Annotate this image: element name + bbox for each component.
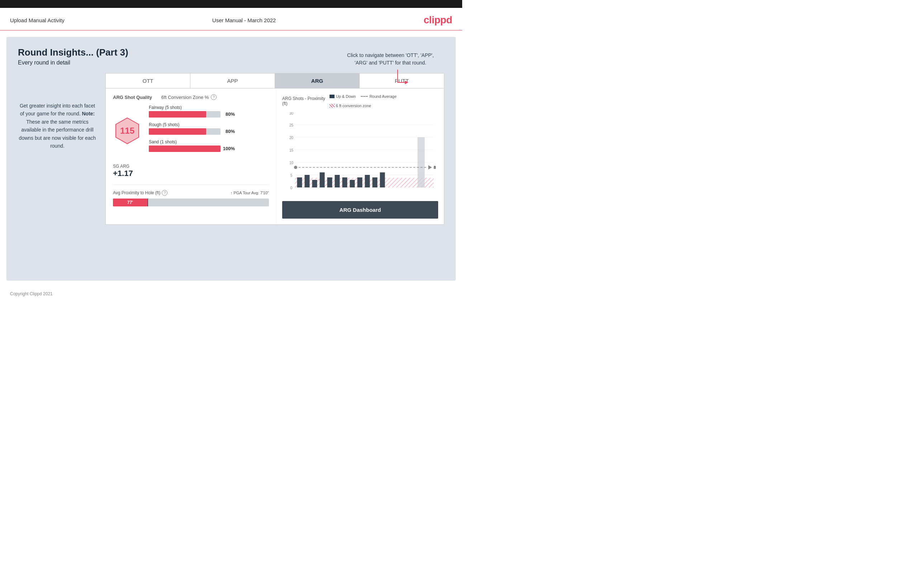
bar-rough: Rough (5 shots) 80%	[149, 122, 269, 136]
svg-text:15: 15	[289, 148, 294, 152]
legend-updown-label: Up & Down	[336, 94, 356, 98]
left-description: Get greater insight into each facet of y…	[18, 102, 97, 150]
proximity-help-icon[interactable]: ?	[162, 190, 168, 196]
legend-hatched-box	[330, 104, 334, 108]
svg-marker-32	[428, 165, 432, 169]
svg-rect-17	[297, 177, 302, 187]
svg-text:30: 30	[289, 112, 294, 115]
legend-updown: Up & Down	[330, 94, 356, 98]
chart-area: 0 5 10 15 20 25 30	[282, 112, 438, 197]
bar-sand-fill	[149, 145, 221, 152]
svg-rect-26	[365, 175, 370, 187]
hexagon-value: 115	[120, 126, 134, 136]
legend-dashed-line	[361, 96, 368, 97]
upload-label: Upload Manual Activity	[10, 17, 65, 23]
bar-sand-pct: 100%	[223, 145, 235, 152]
chart-title: ARG Shots - Proximity (ft)	[282, 96, 330, 106]
chart-svg: 0 5 10 15 20 25 30	[282, 112, 438, 191]
svg-point-31	[294, 166, 297, 169]
nav-annotation: Click to navigate between 'OTT', 'APP','…	[330, 52, 451, 91]
sg-label: SG ARG	[113, 164, 269, 169]
svg-text:10: 10	[289, 161, 294, 165]
proximity-label-row: Avg Proximity to Hole (ft) ? ↑ PGA Tour …	[113, 190, 269, 196]
annotation-arrow	[394, 68, 415, 90]
svg-rect-24	[350, 180, 355, 187]
bar-fairway: Fairway (5 shots) 80%	[149, 105, 269, 119]
proximity-label: Avg Proximity to Hole (ft) ?	[113, 190, 168, 196]
widget-right-panel: ARG Shots - Proximity (ft) Up & Down Rou…	[276, 89, 444, 224]
widget-container: Click to navigate between 'OTT', 'APP','…	[105, 73, 444, 225]
svg-rect-19	[312, 180, 317, 187]
svg-text:20: 20	[289, 136, 294, 140]
main-content: Round Insights... (Part 3) Every round i…	[6, 37, 456, 280]
widget-body: ARG Shot Quality 6ft Conversion Zone % ?…	[105, 89, 444, 225]
shot-quality-label: ARG Shot Quality	[113, 95, 152, 100]
proximity-section: Avg Proximity to Hole (ft) ? ↑ PGA Tour …	[113, 185, 269, 206]
legend-6ft-label: 6 ft conversion zone	[336, 103, 371, 108]
legend-box-updown	[330, 95, 334, 98]
manual-title: User Manual - March 2022	[212, 17, 276, 23]
svg-marker-0	[405, 81, 409, 84]
svg-text:8: 8	[434, 165, 436, 169]
svg-rect-28	[380, 172, 385, 187]
copyright: Copyright Clippd 2021	[10, 292, 53, 297]
pga-avg: ↑ PGA Tour Avg: 7'10"	[231, 191, 269, 195]
svg-rect-27	[373, 177, 378, 187]
top-bar	[0, 0, 462, 8]
annotation-text: Click to navigate between 'OTT', 'APP','…	[330, 52, 451, 67]
svg-rect-21	[327, 177, 333, 187]
proximity-value: 77'	[127, 200, 133, 205]
bar-fairway-fill	[149, 111, 206, 118]
left-text: Get greater insight into each facet of y…	[18, 102, 97, 150]
svg-rect-23	[342, 177, 347, 187]
bar-rough-label: Rough (5 shots)	[149, 122, 269, 127]
svg-text:25: 25	[289, 123, 294, 127]
arg-dashboard-btn[interactable]: ARG Dashboard	[282, 201, 438, 219]
bar-fairway-pct: 80%	[226, 111, 235, 118]
svg-text:0: 0	[291, 186, 292, 190]
bar-sand: Sand (1 shots) 100%	[149, 139, 269, 153]
chart-header: ARG Shots - Proximity (ft) Up & Down Rou…	[282, 94, 438, 108]
proximity-bar-track: 77'	[113, 198, 269, 206]
legend-round-avg-label: Round Average	[369, 94, 397, 98]
bars-section: Fairway (5 shots) 80% Rough (5 shots)	[149, 105, 269, 156]
tab-app[interactable]: APP	[191, 74, 275, 88]
bar-rough-track	[149, 128, 221, 135]
legend-round-avg: Round Average	[361, 94, 397, 98]
bar-fairway-track	[149, 111, 221, 118]
svg-text:5: 5	[291, 174, 292, 177]
bar-rough-pct: 80%	[226, 128, 235, 135]
svg-rect-22	[335, 175, 340, 187]
bar-sand-label: Sand (1 shots)	[149, 139, 269, 144]
footer: Copyright Clippd 2021	[0, 287, 462, 301]
sg-section: SG ARG +1.17	[113, 164, 269, 178]
proximity-bar-fill: 77'	[113, 198, 147, 206]
svg-rect-18	[305, 175, 310, 187]
hexagon: 115	[113, 116, 142, 145]
legend-6ft: 6 ft conversion zone	[330, 103, 371, 108]
sg-value: +1.17	[113, 169, 269, 178]
section-title-row: ARG Shot Quality 6ft Conversion Zone % ?	[113, 94, 269, 100]
widget-left-panel: ARG Shot Quality 6ft Conversion Zone % ?…	[106, 89, 276, 224]
svg-rect-25	[357, 177, 362, 187]
conversion-label: 6ft Conversion Zone %	[162, 95, 209, 100]
bar-fairway-label: Fairway (5 shots)	[149, 105, 269, 110]
bar-sand-track	[149, 145, 221, 152]
proximity-cursor	[147, 198, 148, 206]
svg-rect-20	[320, 172, 325, 187]
chart-legend: Up & Down Round Average 6 ft conversion …	[330, 94, 438, 108]
hexagon-area: 115 Fairway (5 shots) 80%	[113, 105, 269, 156]
tab-ott[interactable]: OTT	[106, 74, 191, 88]
header: Upload Manual Activity User Manual - Mar…	[0, 8, 462, 31]
help-icon[interactable]: ?	[211, 94, 216, 100]
bar-rough-fill	[149, 128, 206, 135]
logo: clippd	[424, 15, 452, 26]
svg-rect-29	[418, 137, 425, 187]
note-label: Note:	[82, 111, 95, 116]
